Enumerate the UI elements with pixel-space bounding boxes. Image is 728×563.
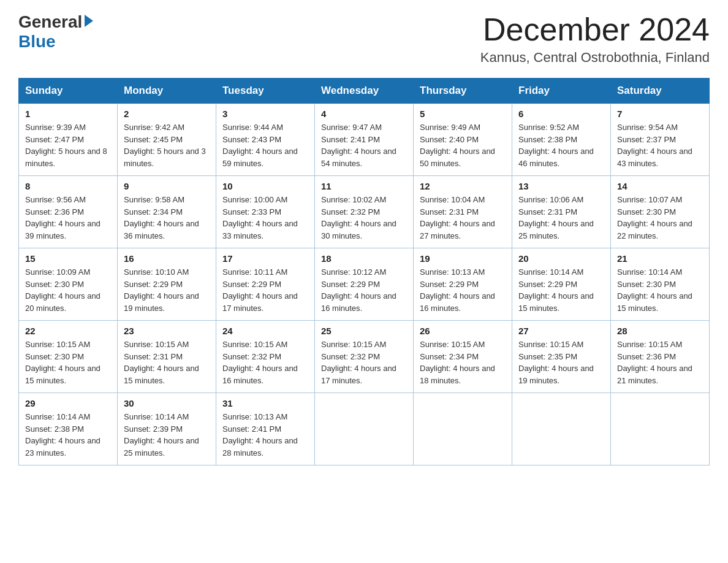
table-row: 23Sunrise: 10:15 AMSunset: 2:31 PMDaylig…: [118, 321, 216, 393]
location-subtitle: Kannus, Central Ostrobothnia, Finland: [480, 50, 710, 66]
table-row: 31Sunrise: 10:13 AMSunset: 2:41 PMDaylig…: [216, 393, 315, 465]
logo-general-text: General: [18, 12, 82, 32]
page-header: General Blue December 2024 Kannus, Centr…: [18, 12, 710, 66]
day-number: 1: [25, 109, 111, 119]
day-number: 30: [124, 398, 210, 408]
month-title: December 2024: [480, 12, 710, 47]
day-info: Sunrise: 10:06 AMSunset: 2:31 PMDaylight…: [518, 194, 604, 242]
table-row: [315, 393, 414, 465]
table-row: 29Sunrise: 10:14 AMSunset: 2:38 PMDaylig…: [19, 393, 118, 465]
table-row: 28Sunrise: 10:15 AMSunset: 2:36 PMDaylig…: [611, 321, 710, 393]
table-row: [611, 393, 710, 465]
day-info: Sunrise: 9:42 AMSunset: 2:45 PMDaylight:…: [124, 121, 210, 169]
table-row: 12Sunrise: 10:04 AMSunset: 2:31 PMDaylig…: [414, 176, 512, 248]
table-row: 27Sunrise: 10:15 AMSunset: 2:35 PMDaylig…: [512, 321, 611, 393]
day-info: Sunrise: 10:00 AMSunset: 2:33 PMDaylight…: [222, 194, 308, 242]
table-row: 9Sunrise: 9:58 AMSunset: 2:34 PMDaylight…: [118, 176, 216, 248]
day-number: 14: [617, 181, 703, 191]
day-number: 31: [222, 398, 308, 408]
column-header-friday: Friday: [512, 79, 611, 104]
day-info: Sunrise: 10:14 AMSunset: 2:29 PMDaylight…: [518, 266, 604, 314]
day-number: 6: [518, 109, 604, 119]
table-row: 24Sunrise: 10:15 AMSunset: 2:32 PMDaylig…: [216, 321, 315, 393]
table-row: 3Sunrise: 9:44 AMSunset: 2:43 PMDaylight…: [216, 104, 315, 176]
day-number: 23: [124, 326, 210, 336]
day-info: Sunrise: 10:15 AMSunset: 2:31 PMDaylight…: [124, 339, 210, 386]
day-info: Sunrise: 10:15 AMSunset: 2:35 PMDaylight…: [518, 339, 604, 386]
day-number: 13: [518, 181, 604, 191]
day-info: Sunrise: 10:12 AMSunset: 2:29 PMDaylight…: [321, 266, 407, 314]
day-info: Sunrise: 10:10 AMSunset: 2:29 PMDaylight…: [124, 266, 210, 314]
table-row: 21Sunrise: 10:14 AMSunset: 2:30 PMDaylig…: [611, 248, 710, 321]
table-row: 18Sunrise: 10:12 AMSunset: 2:29 PMDaylig…: [315, 248, 414, 321]
day-number: 24: [222, 326, 308, 336]
table-row: 11Sunrise: 10:02 AMSunset: 2:32 PMDaylig…: [315, 176, 414, 248]
day-number: 5: [420, 109, 506, 119]
column-header-saturday: Saturday: [611, 79, 710, 104]
day-number: 21: [617, 253, 703, 264]
day-number: 10: [222, 181, 308, 191]
calendar-header-row: SundayMondayTuesdayWednesdayThursdayFrid…: [19, 79, 710, 104]
calendar-week-row: 15Sunrise: 10:09 AMSunset: 2:30 PMDaylig…: [19, 248, 710, 321]
table-row: 17Sunrise: 10:11 AMSunset: 2:29 PMDaylig…: [216, 248, 315, 321]
table-row: 7Sunrise: 9:54 AMSunset: 2:37 PMDaylight…: [611, 104, 710, 176]
calendar-table: SundayMondayTuesdayWednesdayThursdayFrid…: [18, 78, 710, 465]
day-number: 25: [321, 326, 407, 336]
table-row: 2Sunrise: 9:42 AMSunset: 2:45 PMDaylight…: [118, 104, 216, 176]
table-row: 14Sunrise: 10:07 AMSunset: 2:30 PMDaylig…: [611, 176, 710, 248]
day-info: Sunrise: 10:11 AMSunset: 2:29 PMDaylight…: [222, 266, 308, 314]
table-row: 10Sunrise: 10:00 AMSunset: 2:33 PMDaylig…: [216, 176, 315, 248]
column-header-thursday: Thursday: [414, 79, 512, 104]
day-info: Sunrise: 9:49 AMSunset: 2:40 PMDaylight:…: [420, 121, 506, 169]
day-number: 18: [321, 253, 407, 264]
title-block: December 2024 Kannus, Central Ostrobothn…: [480, 12, 710, 66]
day-number: 29: [25, 398, 111, 408]
table-row: 15Sunrise: 10:09 AMSunset: 2:30 PMDaylig…: [19, 248, 118, 321]
day-number: 2: [124, 109, 210, 119]
column-header-wednesday: Wednesday: [315, 79, 414, 104]
day-info: Sunrise: 10:14 AMSunset: 2:38 PMDaylight…: [25, 411, 111, 459]
day-info: Sunrise: 10:14 AMSunset: 2:30 PMDaylight…: [617, 266, 703, 314]
day-info: Sunrise: 10:02 AMSunset: 2:32 PMDaylight…: [321, 194, 407, 242]
table-row: 5Sunrise: 9:49 AMSunset: 2:40 PMDaylight…: [414, 104, 512, 176]
column-header-tuesday: Tuesday: [216, 79, 315, 104]
day-number: 4: [321, 109, 407, 119]
day-info: Sunrise: 10:15 AMSunset: 2:32 PMDaylight…: [222, 339, 308, 386]
day-number: 8: [25, 181, 111, 191]
table-row: 25Sunrise: 10:15 AMSunset: 2:32 PMDaylig…: [315, 321, 414, 393]
day-info: Sunrise: 10:15 AMSunset: 2:32 PMDaylight…: [321, 339, 407, 386]
table-row: 30Sunrise: 10:14 AMSunset: 2:39 PMDaylig…: [118, 393, 216, 465]
calendar-week-row: 22Sunrise: 10:15 AMSunset: 2:30 PMDaylig…: [19, 321, 710, 393]
logo-arrow-icon: [85, 15, 93, 27]
day-number: 22: [25, 326, 111, 336]
column-header-sunday: Sunday: [19, 79, 118, 104]
day-number: 28: [617, 326, 703, 336]
day-number: 27: [518, 326, 604, 336]
calendar-week-row: 29Sunrise: 10:14 AMSunset: 2:38 PMDaylig…: [19, 393, 710, 465]
day-info: Sunrise: 10:09 AMSunset: 2:30 PMDaylight…: [25, 266, 111, 314]
table-row: 26Sunrise: 10:15 AMSunset: 2:34 PMDaylig…: [414, 321, 512, 393]
table-row: 8Sunrise: 9:56 AMSunset: 2:36 PMDaylight…: [19, 176, 118, 248]
day-number: 20: [518, 253, 604, 264]
table-row: 16Sunrise: 10:10 AMSunset: 2:29 PMDaylig…: [118, 248, 216, 321]
day-info: Sunrise: 9:58 AMSunset: 2:34 PMDaylight:…: [124, 194, 210, 242]
day-info: Sunrise: 10:13 AMSunset: 2:41 PMDaylight…: [222, 411, 308, 459]
day-info: Sunrise: 9:56 AMSunset: 2:36 PMDaylight:…: [25, 194, 111, 242]
day-number: 19: [420, 253, 506, 264]
day-info: Sunrise: 9:47 AMSunset: 2:41 PMDaylight:…: [321, 121, 407, 169]
logo-blue-text: Blue: [18, 32, 56, 51]
day-info: Sunrise: 9:54 AMSunset: 2:37 PMDaylight:…: [617, 121, 703, 169]
day-info: Sunrise: 9:52 AMSunset: 2:38 PMDaylight:…: [518, 121, 604, 169]
day-info: Sunrise: 10:07 AMSunset: 2:30 PMDaylight…: [617, 194, 703, 242]
day-info: Sunrise: 10:13 AMSunset: 2:29 PMDaylight…: [420, 266, 506, 314]
day-info: Sunrise: 10:15 AMSunset: 2:30 PMDaylight…: [25, 339, 111, 386]
table-row: [414, 393, 512, 465]
day-number: 12: [420, 181, 506, 191]
table-row: 22Sunrise: 10:15 AMSunset: 2:30 PMDaylig…: [19, 321, 118, 393]
column-header-monday: Monday: [118, 79, 216, 104]
day-info: Sunrise: 10:15 AMSunset: 2:36 PMDaylight…: [617, 339, 703, 386]
calendar-week-row: 1Sunrise: 9:39 AMSunset: 2:47 PMDaylight…: [19, 104, 710, 176]
table-row: 4Sunrise: 9:47 AMSunset: 2:41 PMDaylight…: [315, 104, 414, 176]
day-number: 16: [124, 253, 210, 264]
day-number: 17: [222, 253, 308, 264]
